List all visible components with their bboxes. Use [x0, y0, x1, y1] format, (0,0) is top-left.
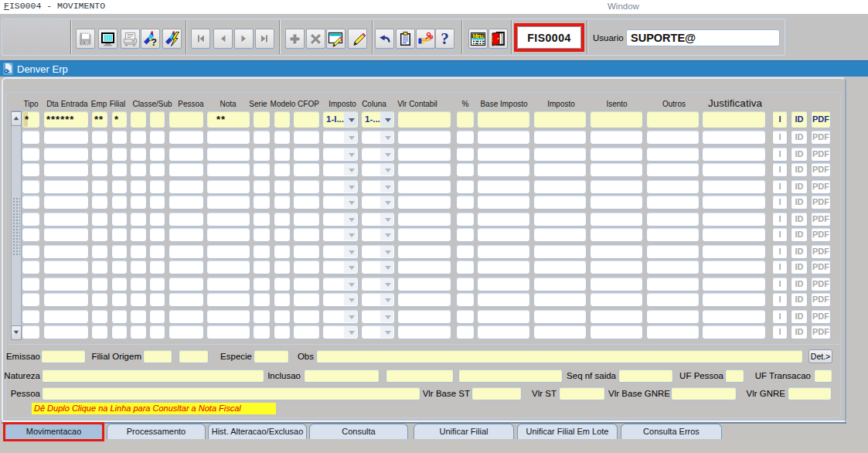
- svg-text:Menu: Menu: [473, 32, 484, 39]
- svg-text:?: ?: [441, 31, 449, 47]
- svg-text:?: ?: [151, 36, 157, 47]
